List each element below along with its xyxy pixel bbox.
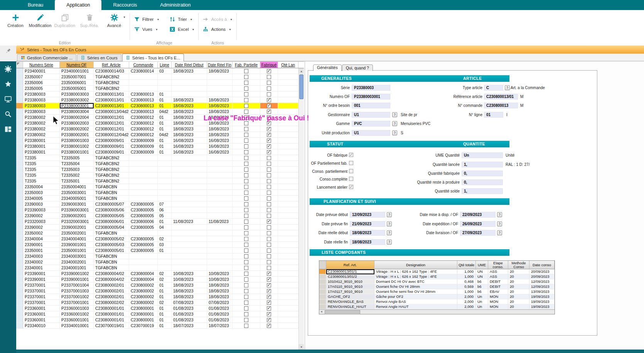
- tab-series-tous-les-ofs-e[interactable]: Séries - Tous les OFs E...: [122, 54, 184, 61]
- field-date-expedition-of[interactable]: 26/09/2023: [460, 221, 496, 227]
- fab-partielle-checkbox[interactable]: [244, 231, 248, 235]
- horizontal-scrollbar[interactable]: [16, 350, 644, 353]
- row-selector[interactable]: [16, 317, 23, 323]
- fab-partielle-checkbox[interactable]: [244, 138, 248, 143]
- row-selector[interactable]: [319, 299, 326, 304]
- fab-partielle-checkbox[interactable]: [244, 133, 248, 137]
- row-selector[interactable]: [16, 242, 23, 247]
- row-selector[interactable]: [16, 288, 23, 294]
- composants-column-etape-conso[interactable]: Etape conso.: [488, 261, 508, 269]
- row-selector[interactable]: [16, 201, 23, 207]
- table-row[interactable]: P23380001P23380001003C230800009/01C23080…: [16, 138, 298, 144]
- fab-partielle-checkbox[interactable]: [244, 318, 248, 322]
- table-row[interactable]: 2334000423340004001C230800005/02C2308000…: [16, 236, 298, 242]
- fab-partielle-checkbox[interactable]: [244, 150, 248, 154]
- row-selector[interactable]: [16, 282, 23, 288]
- column-header-date-reel-fin[interactable]: Date Réel Fin: [207, 62, 233, 68]
- menu-application[interactable]: Application: [55, 0, 101, 10]
- field-date-reelle-debut[interactable]: 18/08/2023: [350, 230, 385, 236]
- table-row[interactable]: 2334000523340005001TGFABCBN: [16, 196, 298, 201]
- table-row[interactable]: P23380003P23380003001C230800013/01C23080…: [16, 103, 298, 109]
- row-selector[interactable]: [16, 155, 23, 160]
- table-row[interactable]: 2335000123350001001C230800005/01C2308000…: [16, 248, 298, 253]
- row-selector[interactable]: [16, 306, 23, 311]
- fabrique-checkbox[interactable]: [267, 127, 271, 131]
- composant-row[interactable]: RENVOIANGLE_HAUTRenvoi Angle HAUT2,000Un…: [319, 304, 555, 309]
- fab-partielle-checkbox[interactable]: [244, 289, 248, 293]
- field-type-article[interactable]: C: [484, 85, 503, 91]
- fab-partielle-checkbox[interactable]: [244, 98, 248, 102]
- field-date-reelle-fin[interactable]: 18/08/2023: [350, 239, 385, 245]
- help-button[interactable]: ?: [497, 230, 502, 235]
- fab-partielle-checkbox[interactable]: [244, 196, 248, 201]
- fab-partielle-checkbox[interactable]: [244, 225, 248, 230]
- of-fabrique-checkbox[interactable]: [349, 153, 353, 157]
- fabrique-checkbox[interactable]: [267, 156, 271, 160]
- fabrique-checkbox[interactable]: [267, 191, 271, 195]
- fab-partielle-checkbox[interactable]: [244, 324, 248, 328]
- composant-row[interactable]: C230800013/01/1Vitrage : H x L : 626 x 1…: [319, 269, 555, 274]
- fab-partielle-checkbox[interactable]: [244, 69, 248, 73]
- help-button[interactable]: ?: [497, 212, 502, 217]
- field-quantite-reste-a-produire[interactable]: 0,: [462, 179, 503, 185]
- field-date-livraison-of[interactable]: 27/09/2023: [460, 230, 496, 236]
- fab-partielle-checkbox[interactable]: [244, 167, 248, 172]
- fabrique-checkbox[interactable]: [267, 167, 271, 172]
- composant-row[interactable]: 1010412_9010_9010Dormant DC HI OV avec B…: [319, 279, 555, 284]
- column-header-ref-article[interactable]: Réf. Article: [94, 62, 129, 68]
- fabrique-checkbox[interactable]: [267, 104, 271, 108]
- composants-column-designation[interactable]: Designation: [374, 261, 457, 269]
- table-row[interactable]: P23380003P23380003004C230800013/04d2C230…: [16, 109, 298, 115]
- fab-partielle-checkbox[interactable]: [244, 301, 248, 305]
- composant-row[interactable]: 17A0117_9010_9010Ouvrant fiche semi fixe…: [319, 289, 555, 294]
- table-row[interactable]: 2335000523350005001TGFABCBN2: [16, 86, 298, 91]
- row-selector[interactable]: [319, 279, 326, 284]
- fabrique-checkbox[interactable]: [267, 289, 271, 293]
- help-button[interactable]: ?: [497, 221, 502, 226]
- row-selector[interactable]: [16, 311, 23, 317]
- row-selector[interactable]: [16, 86, 23, 91]
- fabrique-checkbox[interactable]: [267, 173, 271, 177]
- fab-partielle-checkbox[interactable]: [244, 144, 248, 149]
- fabrique-checkbox[interactable]: [267, 295, 271, 299]
- row-selector[interactable]: [319, 269, 326, 274]
- fabrique-checkbox[interactable]: [267, 254, 271, 258]
- column-header-date-reel-debut[interactable]: Date Réel Début: [172, 62, 207, 68]
- table-vertical-scrollbar[interactable]: ▲ ▼: [298, 68, 304, 350]
- table-row[interactable]: P23380001P23380001002C230800009/01C23080…: [16, 144, 298, 149]
- row-selector[interactable]: [16, 74, 23, 79]
- composants-hscrollbar[interactable]: [319, 309, 555, 314]
- help-button[interactable]: ?: [392, 130, 397, 135]
- fab-partielle-checkbox[interactable]: [244, 214, 248, 218]
- row-selector[interactable]: [16, 190, 23, 195]
- fab-partielle-checkbox[interactable]: [244, 104, 248, 108]
- field-date-prevue-debut[interactable]: 12/09/2023: [350, 212, 385, 218]
- column-header-numero-serie[interactable]: Numéro Série: [23, 62, 60, 68]
- fabrique-checkbox[interactable]: [267, 266, 271, 270]
- fabrique-checkbox[interactable]: [267, 301, 271, 305]
- field-gestionnaire[interactable]: U1: [352, 112, 390, 118]
- tab-gestion-commerciale[interactable]: Gestion Commerciale ...: [17, 54, 76, 61]
- fabrique-checkbox[interactable]: [267, 150, 271, 154]
- fabrique-checkbox[interactable]: [267, 81, 271, 85]
- row-selector[interactable]: [16, 132, 23, 137]
- lancement-atelier-checkbox[interactable]: [349, 185, 353, 189]
- fab-partielle-checkbox[interactable]: [244, 220, 248, 224]
- fab-partielle-checkbox[interactable]: [244, 179, 248, 183]
- scroll-up-icon[interactable]: ▲: [299, 68, 304, 74]
- fab-partielle-checkbox[interactable]: [244, 162, 248, 166]
- fab-partielle-checkbox[interactable]: [244, 75, 248, 79]
- field-quantite-fabriquee[interactable]: 0,: [462, 171, 503, 176]
- fab-partielle-checkbox[interactable]: [244, 208, 248, 212]
- table-row[interactable]: 2335000223350002001TGFABCBN: [16, 230, 298, 236]
- row-selector[interactable]: [16, 144, 23, 149]
- row-selector[interactable]: [16, 294, 23, 299]
- table-row[interactable]: 2335000423350004001TGFABCBN: [16, 184, 298, 190]
- fabrique-checkbox[interactable]: [267, 110, 271, 114]
- row-selector[interactable]: [16, 184, 23, 189]
- help-button[interactable]: ?: [505, 85, 510, 90]
- fab-partielle-checkbox[interactable]: [244, 254, 248, 258]
- fabrique-checkbox[interactable]: [267, 220, 271, 224]
- fabrique-checkbox[interactable]: [267, 92, 271, 96]
- row-selector[interactable]: [16, 248, 23, 253]
